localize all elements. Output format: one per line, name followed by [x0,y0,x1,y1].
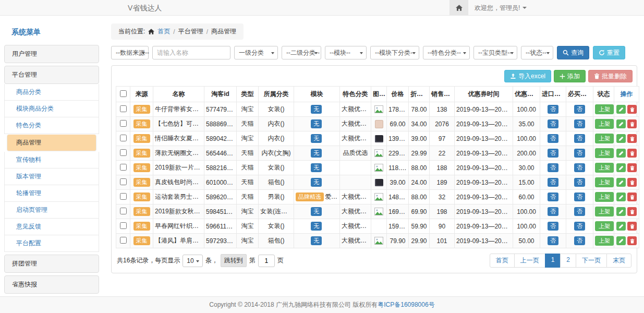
row-checkbox[interactable] [120,193,127,200]
must-buy-toggle[interactable]: 否 [574,149,585,158]
edit-button[interactable] [616,192,626,201]
row-checkbox[interactable] [120,178,127,185]
select-all-checkbox[interactable] [120,90,127,97]
row-checkbox[interactable] [120,222,127,229]
sidebar-item-平台管理[interactable]: 平台管理 [4,66,99,84]
filter-select-一级分类[interactable]: 一级分类 [234,46,278,59]
row-checkbox[interactable] [120,208,127,214]
sidebar-item-特色分类[interactable]: 特色分类 [4,117,99,134]
delete-button[interactable] [627,149,637,158]
sidebar-item-平台配置[interactable]: 平台配置 [4,235,99,252]
edit-button[interactable] [616,222,626,231]
home-nav-button[interactable] [449,0,468,16]
row-checkbox[interactable] [120,149,127,156]
status-button[interactable]: 上架 [595,163,614,173]
sidebar-item-启动页管理[interactable]: 启动页管理 [4,202,99,219]
status-button[interactable]: 上架 [595,192,614,202]
must-buy-toggle[interactable]: 否 [574,119,585,128]
import-select-toggle[interactable]: 否 [548,207,558,216]
delete-button[interactable] [627,105,637,114]
status-button[interactable]: 上架 [595,104,614,114]
reset-button[interactable]: 重置 [593,46,625,59]
page-button-首页[interactable]: 首页 [490,254,515,268]
name-search-input[interactable] [152,46,230,59]
status-button[interactable]: 上架 [595,134,614,143]
search-button[interactable]: 查询 [557,46,589,59]
edit-button[interactable] [616,207,626,216]
row-checkbox[interactable] [120,164,127,171]
import-select-toggle[interactable]: 否 [548,119,558,128]
import-select-toggle[interactable]: 否 [548,222,558,231]
import-excel-button[interactable]: 导入excel [504,70,551,82]
must-buy-toggle[interactable]: 否 [574,192,585,201]
page-button-下一页[interactable]: 下一页 [576,254,607,268]
filter-select-模块[interactable]: --模块-- [325,46,367,59]
sidebar-item-省惠快报[interactable]: 省惠快报 [4,275,99,294]
row-checkbox[interactable] [120,120,127,127]
jump-button[interactable]: 跳转到 [221,254,247,267]
delete-button[interactable] [627,192,637,201]
delete-button[interactable] [627,222,637,231]
filter-select-状态[interactable]: --状态-- [521,46,553,59]
import-select-toggle[interactable]: 否 [548,134,558,143]
sidebar-item-商品管理[interactable]: 商品管理 [7,135,96,151]
user-menu[interactable]: 欢迎您，管理员! [468,0,533,16]
sidebar-item-轮播管理[interactable]: 轮播管理 [4,185,99,202]
per-page-select[interactable]: 10 [183,255,202,267]
status-button[interactable]: 上架 [595,207,614,216]
page-button-末页[interactable]: 末页 [606,254,631,268]
edit-button[interactable] [616,105,626,114]
filter-select-特色分类[interactable]: --特色分类-- [423,46,470,59]
sidebar-item-宣传物料[interactable]: 宣传物料 [4,152,99,168]
add-button[interactable]: 添加 [554,70,586,82]
import-select-toggle[interactable]: 否 [548,149,558,158]
edit-button[interactable] [616,149,626,158]
delete-button[interactable] [627,119,637,128]
batch-delete-button[interactable]: 批量删除 [588,70,633,82]
status-button[interactable]: 上架 [595,148,614,158]
must-buy-toggle[interactable]: 否 [574,236,585,245]
import-select-toggle[interactable]: 否 [548,163,558,172]
page-button-上一页[interactable]: 上一页 [514,254,545,268]
must-buy-toggle[interactable]: 否 [574,105,585,114]
delete-button[interactable] [627,207,637,216]
delete-button[interactable] [627,178,637,187]
status-button[interactable]: 上架 [595,177,614,187]
filter-select-模块下分类[interactable]: --模块下分类-- [370,46,419,59]
row-checkbox[interactable] [120,135,127,141]
must-buy-toggle[interactable]: 否 [574,178,585,187]
sidebar-item-用户管理[interactable]: 用户管理 [4,45,99,63]
delete-button[interactable] [627,163,637,172]
page-button-1[interactable]: 1 [545,254,561,268]
import-select-toggle[interactable]: 否 [548,192,558,201]
edit-button[interactable] [616,236,626,245]
edit-button[interactable] [616,134,626,143]
sidebar-item-意见反馈[interactable]: 意见反馈 [4,219,99,235]
import-select-toggle[interactable]: 否 [548,105,558,114]
sidebar-item-模块商品分类[interactable]: 模块商品分类 [4,101,99,117]
jump-page-input[interactable] [258,255,275,267]
status-button[interactable]: 上架 [595,236,614,246]
import-select-toggle[interactable]: 否 [548,178,558,187]
must-buy-toggle[interactable]: 否 [574,163,585,172]
page-button-2[interactable]: 2 [560,254,576,268]
sidebar-item-商品分类[interactable]: 商品分类 [4,84,99,101]
row-checkbox[interactable] [120,105,127,112]
must-buy-toggle[interactable]: 否 [574,134,585,143]
row-checkbox[interactable] [120,237,127,244]
must-buy-toggle[interactable]: 否 [574,207,585,216]
breadcrumb-home-link[interactable]: 首页 [157,27,170,36]
filter-select-数据来源[interactable]: --数据来源-- [111,46,149,59]
filter-select-二级分类[interactable]: --二级分类-- [282,46,321,59]
sidebar-item-拼团管理[interactable]: 拼团管理 [4,255,99,273]
icp-link[interactable]: 粤ICP备16098006号 [378,300,434,309]
sidebar-item-版本管理[interactable]: 版本管理 [4,168,99,185]
edit-button[interactable] [616,178,626,187]
status-button[interactable]: 上架 [595,221,614,231]
delete-button[interactable] [627,134,637,143]
status-button[interactable]: 上架 [595,119,614,129]
delete-button[interactable] [627,236,637,245]
must-buy-toggle[interactable]: 否 [574,222,585,231]
import-select-toggle[interactable]: 否 [548,236,558,245]
filter-select-宝贝类型[interactable]: --宝贝类型-- [473,46,517,59]
